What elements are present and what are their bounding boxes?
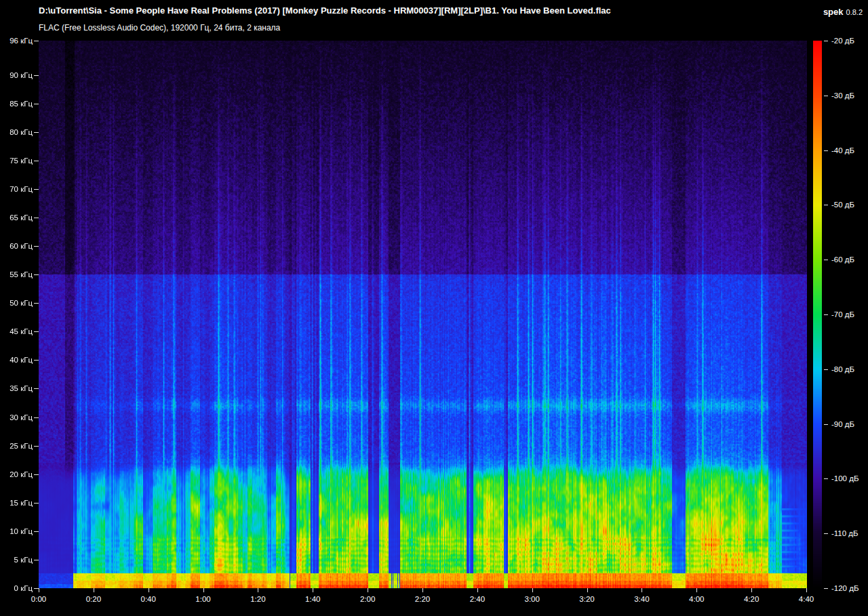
y-tick-mark (34, 560, 39, 560)
x-tick-mark (806, 588, 807, 592)
db-tick-label: -120 дБ (831, 583, 859, 593)
y-tick-label: 60 кГц (0, 241, 33, 251)
y-tick-label: 30 кГц (0, 413, 33, 422)
x-tick-mark (39, 588, 39, 592)
x-tick-mark (203, 588, 204, 592)
x-tick-label: 4:00 (677, 594, 715, 604)
y-tick-mark (34, 503, 39, 504)
x-tick-label: 1:40 (294, 594, 332, 604)
x-tick-mark (751, 588, 752, 592)
db-tick-mark (824, 424, 828, 425)
x-tick-mark (532, 588, 533, 592)
x-tick-mark (94, 588, 94, 592)
y-tick-label: 40 кГц (0, 355, 33, 365)
x-tick-mark (149, 588, 149, 592)
y-tick-label: 20 кГц (0, 470, 33, 479)
db-colorbar (813, 41, 822, 588)
db-tick-mark (824, 41, 828, 41)
y-tick-label: 15 кГц (0, 498, 33, 508)
y-tick-mark (34, 75, 39, 76)
y-tick-label: 10 кГц (0, 527, 33, 536)
db-tick-mark (824, 588, 828, 589)
window-title: D:\uTorrent\Sia - Some People Have Real … (39, 5, 717, 18)
file-info: FLAC (Free Lossless Audio Codec), 192000… (39, 23, 649, 34)
y-tick-mark (34, 588, 39, 589)
db-tick-label: -20 дБ (831, 36, 854, 45)
y-tick-mark (34, 331, 39, 332)
db-tick-label: -50 дБ (831, 200, 854, 209)
y-tick-label: 45 кГц (0, 327, 33, 336)
db-tick-mark (824, 478, 828, 479)
y-tick-label: 90 кГц (0, 70, 33, 80)
y-tick-mark (34, 446, 39, 447)
x-tick-label: 1:20 (239, 594, 277, 604)
y-tick-mark (34, 218, 39, 218)
y-tick-mark (34, 417, 39, 418)
x-tick-label: 1:00 (184, 594, 222, 604)
y-tick-mark (34, 303, 39, 304)
x-tick-label: 2:40 (458, 594, 496, 604)
db-tick-label: -90 дБ (831, 419, 854, 429)
y-tick-mark (34, 246, 39, 247)
db-tick-mark (824, 314, 828, 315)
y-tick-label: 50 кГц (0, 298, 33, 308)
spek-window: { "window": { "title": "D:\\uTorrent\\Si… (0, 0, 868, 616)
db-tick-mark (824, 533, 828, 534)
x-tick-mark (258, 588, 258, 592)
y-tick-label: 65 кГц (0, 213, 33, 222)
x-tick-label: 4:20 (732, 594, 770, 604)
y-tick-mark (34, 531, 39, 532)
db-tick-mark (824, 96, 828, 96)
db-tick-mark (824, 260, 828, 260)
app-version-number: 0.8.2 (846, 8, 863, 16)
x-tick-mark (642, 588, 642, 592)
y-tick-mark (34, 104, 39, 104)
y-tick-mark (34, 189, 39, 190)
y-tick-label: 85 кГц (0, 99, 33, 108)
y-tick-mark (34, 132, 39, 133)
x-tick-mark (696, 588, 697, 592)
y-tick-label: 96 кГц (0, 36, 33, 45)
db-tick-label: -70 дБ (831, 310, 854, 319)
x-tick-label: 0:40 (130, 594, 167, 604)
x-tick-mark (587, 588, 588, 592)
y-tick-label: 25 кГц (0, 441, 33, 451)
y-tick-mark (34, 360, 39, 361)
x-tick-mark (368, 588, 368, 592)
y-tick-label: 55 кГц (0, 270, 33, 279)
x-tick-label: 0:20 (75, 594, 113, 604)
x-tick-mark (477, 588, 478, 592)
db-tick-label: -100 дБ (831, 474, 859, 483)
x-tick-label: 0:00 (20, 594, 58, 604)
y-tick-mark (34, 161, 39, 161)
spectrogram-canvas (39, 41, 807, 588)
y-tick-mark (34, 474, 39, 475)
db-tick-label: -80 дБ (831, 365, 854, 374)
x-tick-label: 2:00 (349, 594, 387, 604)
y-tick-label: 35 кГц (0, 384, 33, 393)
app-name-label: spek (823, 7, 844, 17)
y-tick-label: 0 кГц (0, 583, 33, 593)
db-tick-mark (824, 150, 828, 151)
db-tick-mark (824, 205, 828, 205)
db-tick-label: -110 дБ (831, 529, 859, 538)
db-tick-label: -40 дБ (831, 146, 854, 155)
y-tick-label: 5 кГц (0, 555, 33, 564)
db-tick-label: -60 дБ (831, 255, 854, 264)
x-tick-mark (313, 588, 313, 592)
y-tick-mark (34, 388, 39, 389)
y-tick-label: 80 кГц (0, 127, 33, 137)
x-tick-label: 3:20 (568, 594, 606, 604)
x-tick-label: 2:20 (403, 594, 441, 604)
y-tick-label: 75 кГц (0, 156, 33, 165)
x-tick-label: 3:00 (513, 594, 551, 604)
db-tick-label: -30 дБ (831, 91, 854, 100)
x-tick-label: 4:40 (787, 594, 825, 604)
y-tick-mark (34, 274, 39, 275)
db-tick-mark (824, 369, 828, 370)
y-tick-label: 70 кГц (0, 184, 33, 194)
x-tick-mark (422, 588, 423, 592)
y-tick-mark (34, 41, 39, 41)
x-tick-label: 3:40 (623, 594, 660, 604)
app-version: spek0.8.2 (823, 5, 863, 18)
